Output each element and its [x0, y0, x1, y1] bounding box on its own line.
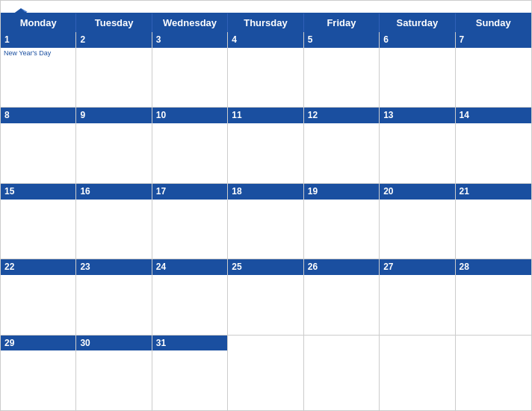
day-number: 6 [380, 32, 454, 48]
header-thursday: Thursday [228, 13, 303, 32]
day-number: 30 [76, 336, 151, 351]
day-cell: 11 [228, 108, 303, 182]
week-row-1: 1New Year's Day234567 [1, 32, 531, 108]
day-number: 5 [304, 32, 379, 48]
day-content [1, 200, 75, 259]
day-content [304, 123, 379, 183]
day-cell: 4 [228, 32, 303, 107]
day-number: 21 [456, 184, 531, 200]
day-number: 26 [304, 259, 379, 275]
day-number: 13 [380, 108, 454, 123]
header-saturday: Saturday [380, 13, 455, 32]
day-content [1, 350, 75, 410]
day-cell: 21 [456, 184, 531, 259]
day-number: 25 [228, 259, 303, 275]
day-content [380, 48, 454, 108]
day-content [456, 200, 531, 259]
day-cell [304, 336, 380, 410]
week-row-5: 293031 [1, 336, 531, 410]
day-cell: 12 [304, 108, 380, 182]
day-content [228, 123, 303, 183]
day-cell: 23 [76, 259, 152, 334]
svg-marker-0 [13, 8, 29, 19]
day-number: 29 [1, 336, 75, 351]
day-content [152, 123, 227, 183]
day-cell: 28 [456, 259, 531, 334]
day-content [152, 275, 227, 335]
day-number: 20 [380, 184, 454, 200]
day-cell: 20 [380, 184, 455, 259]
day-number: 31 [152, 336, 227, 351]
calendar: Monday Tuesday Wednesday Thursday Friday… [0, 0, 532, 411]
week-row-4: 22232425262728 [1, 259, 531, 335]
day-cell [228, 336, 303, 410]
day-cell: 10 [152, 108, 228, 182]
day-cell: 17 [152, 184, 228, 259]
day-cell: 31 [152, 336, 228, 410]
day-content [380, 339, 454, 410]
day-content [456, 339, 531, 410]
day-content [1, 275, 75, 335]
day-content [380, 275, 454, 335]
day-cell: 27 [380, 259, 455, 334]
day-content [228, 275, 303, 335]
day-cell: 14 [456, 108, 531, 182]
day-number: 8 [1, 108, 75, 123]
day-content [228, 339, 303, 410]
day-content [152, 48, 227, 108]
day-number: 22 [1, 259, 75, 275]
day-content [380, 123, 454, 183]
header-tuesday: Tuesday [76, 13, 152, 32]
day-cell: 13 [380, 108, 455, 182]
day-content [152, 200, 227, 259]
day-cell [380, 336, 455, 410]
day-number: 27 [380, 259, 454, 275]
day-content [456, 48, 531, 108]
day-number: 19 [304, 184, 379, 200]
day-cell: 26 [304, 259, 380, 334]
day-content [304, 200, 379, 259]
day-content [76, 123, 151, 183]
day-cell: 22 [1, 259, 76, 334]
header-wednesday: Wednesday [152, 13, 228, 32]
day-cell: 6 [380, 32, 455, 107]
day-cell: 3 [152, 32, 228, 107]
day-content [76, 48, 151, 108]
logo [13, 7, 31, 20]
day-number: 4 [228, 32, 303, 48]
day-content [304, 48, 379, 108]
day-content [1, 123, 75, 183]
calendar-grid: Monday Tuesday Wednesday Thursday Friday… [1, 13, 531, 410]
day-content [304, 339, 379, 410]
day-cell: 24 [152, 259, 228, 334]
week-row-2: 891011121314 [1, 108, 531, 183]
day-number: 28 [456, 259, 531, 275]
day-content [456, 123, 531, 183]
day-cell: 16 [76, 184, 152, 259]
day-content [456, 275, 531, 335]
day-cell: 19 [304, 184, 380, 259]
day-number: 12 [304, 108, 379, 123]
day-cell: 30 [76, 336, 152, 410]
day-cell: 2 [76, 32, 152, 107]
day-cell: 29 [1, 336, 76, 410]
day-cell: 15 [1, 184, 76, 259]
day-number: 2 [76, 32, 151, 48]
day-content [228, 48, 303, 108]
day-content [228, 200, 303, 259]
day-cell: 1New Year's Day [1, 32, 76, 107]
logo-bird-icon [13, 7, 29, 20]
day-number: 15 [1, 184, 75, 200]
day-number: 11 [228, 108, 303, 123]
week-row-3: 15161718192021 [1, 184, 531, 259]
day-number: 3 [152, 32, 227, 48]
day-cell: 9 [76, 108, 152, 182]
day-cell: 8 [1, 108, 76, 182]
day-number: 24 [152, 259, 227, 275]
day-number: 17 [152, 184, 227, 200]
header-friday: Friday [304, 13, 380, 32]
header-sunday: Sunday [456, 13, 531, 32]
weeks-container: 1New Year's Day2345678910111213141516171… [1, 32, 531, 410]
day-headers: Monday Tuesday Wednesday Thursday Friday… [1, 13, 531, 32]
day-content [304, 275, 379, 335]
